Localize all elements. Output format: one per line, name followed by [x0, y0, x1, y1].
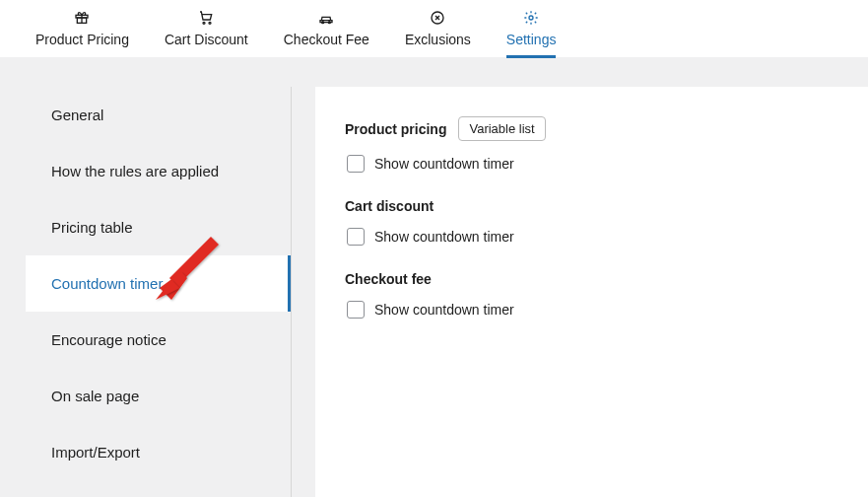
sidebar-item-how-rules[interactable]: How the rules are applied [26, 143, 291, 199]
top-tabs: Product Pricing Cart Discount Checkout F… [0, 0, 868, 57]
sidebar-item-on-sale-page[interactable]: On sale page [26, 368, 291, 424]
tab-label: Cart Discount [165, 32, 248, 47]
sidebar-item-encourage-notice[interactable]: Encourage notice [26, 312, 291, 368]
settings-content: Product pricing Variable list Show count… [315, 87, 868, 497]
gear-icon [523, 10, 539, 26]
tab-checkout-fee[interactable]: Checkout Fee [266, 2, 387, 57]
car-icon [318, 10, 334, 26]
tab-label: Product Pricing [35, 32, 129, 47]
checkbox-show-countdown-product[interactable] [347, 155, 365, 173]
settings-sidebar: General How the rules are applied Pricin… [26, 87, 292, 497]
section-title-product-pricing: Product pricing [345, 121, 446, 137]
sidebar-item-pricing-table[interactable]: Pricing table [26, 199, 291, 255]
section-product-pricing-header: Product pricing Variable list [345, 116, 838, 141]
checkbox-row-checkout-fee[interactable]: Show countdown timer [345, 301, 838, 319]
tab-settings[interactable]: Settings [489, 2, 574, 57]
tab-cart-discount[interactable]: Cart Discount [147, 2, 266, 57]
checkbox-row-product-pricing[interactable]: Show countdown timer [345, 155, 838, 173]
sidebar-item-countdown-timer[interactable]: Countdown timer [26, 255, 291, 312]
tab-label: Checkout Fee [284, 32, 369, 47]
sidebar-item-general[interactable]: General [26, 87, 291, 143]
checkbox-show-countdown-checkout[interactable] [347, 301, 365, 319]
section-title-checkout-fee: Checkout fee [345, 271, 432, 287]
variable-list-selector[interactable]: Variable list [458, 116, 545, 141]
tab-label: Settings [506, 32, 557, 47]
checkbox-row-cart-discount[interactable]: Show countdown timer [345, 228, 838, 246]
svg-point-2 [203, 22, 205, 24]
sidebar-item-import-export[interactable]: Import/Export [26, 424, 291, 480]
checkbox-show-countdown-cart[interactable] [347, 228, 365, 246]
checkbox-label: Show countdown timer [374, 302, 514, 318]
tab-exclusions[interactable]: Exclusions [387, 2, 489, 57]
section-checkout-fee-header: Checkout fee [345, 271, 838, 287]
svg-point-3 [209, 22, 211, 24]
cart-icon [198, 10, 214, 26]
svg-point-7 [529, 16, 533, 20]
section-title-cart-discount: Cart discount [345, 198, 434, 214]
tab-product-pricing[interactable]: Product Pricing [18, 2, 147, 57]
checkbox-label: Show countdown timer [374, 229, 514, 245]
circle-x-icon [430, 10, 445, 26]
checkbox-label: Show countdown timer [374, 156, 514, 172]
gift-icon [74, 10, 90, 26]
tab-label: Exclusions [405, 32, 471, 47]
section-cart-discount-header: Cart discount [345, 198, 838, 214]
page-body: General How the rules are applied Pricin… [0, 57, 868, 497]
